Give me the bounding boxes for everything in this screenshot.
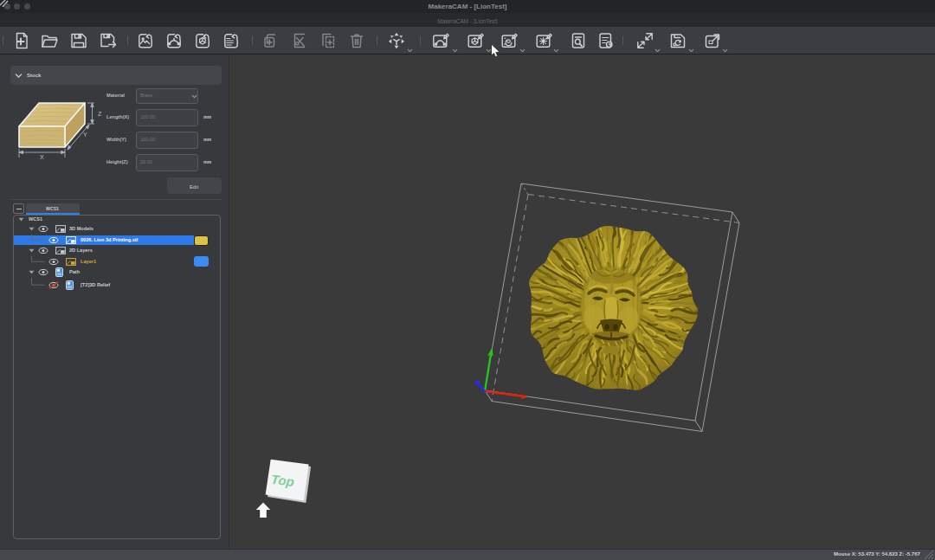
svg-text:Y: Y <box>83 132 87 138</box>
svg-text:Top: Top <box>270 472 295 489</box>
svg-text:Z: Z <box>98 111 102 117</box>
svg-text:X: X <box>40 154 44 160</box>
